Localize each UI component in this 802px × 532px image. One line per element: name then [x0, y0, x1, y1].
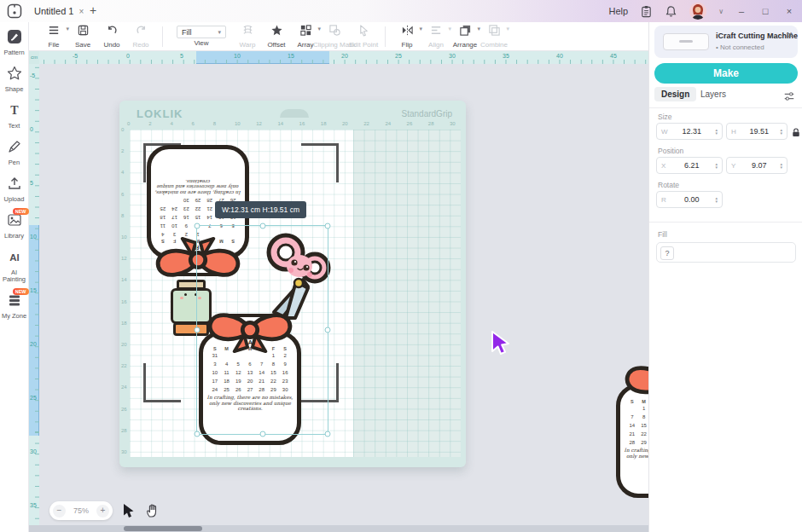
account-chevron-down-icon[interactable]: ∨: [718, 8, 724, 15]
arrange-button[interactable]: ▾Arrange: [450, 24, 479, 49]
ruler-label: 25: [30, 395, 37, 401]
calendar-day-cell: 21: [626, 431, 638, 437]
toolbar-button-label: Edit Point: [349, 41, 378, 49]
mat-ruler-label: 8: [121, 213, 124, 218]
selection-handle-n[interactable]: [259, 223, 265, 229]
calendar-script-text: In crafting, there are no mistakes,only …: [151, 179, 245, 196]
mat-ruler-label: 2: [121, 148, 124, 153]
horizontal-scrollbar[interactable]: [29, 525, 648, 532]
mat-ruler-label: 16: [121, 299, 127, 304]
make-button[interactable]: Make: [654, 63, 798, 84]
save-button[interactable]: Save: [68, 24, 97, 49]
width-stepper[interactable]: W12.31 ▴▾: [656, 123, 723, 140]
view-mode-dropdown[interactable]: Fill▾View: [177, 26, 226, 47]
rotate-stepper[interactable]: R0.00 ▴▾: [656, 191, 723, 208]
stepper-arrows-icon[interactable]: ▴▾: [715, 196, 718, 203]
file-button[interactable]: ▾File: [39, 24, 68, 49]
toolbar-button-label: Combine: [480, 41, 508, 49]
calendar-jar-partial-right[interactable]: JUNE SMTWTFS 123456789101112131415161718…: [616, 361, 648, 498]
calendar-day-cell: [169, 197, 181, 204]
ruler-label: -5: [30, 72, 35, 78]
mat-ruler-label: 18: [121, 321, 127, 326]
pan-hand-icon[interactable]: [145, 502, 160, 518]
fill-field[interactable]: ?: [656, 242, 796, 263]
ruler-label: -5: [73, 53, 78, 59]
window-close-button[interactable]: ×: [783, 6, 795, 16]
position-y-stepper[interactable]: Y9.07 ▴▾: [726, 157, 787, 174]
mat-ruler-label: 8: [213, 121, 216, 126]
sidebar-item-pattern[interactable]: Pattern: [0, 29, 29, 56]
canvas-workspace[interactable]: cm LOKLIK StandardGrip 00224466881010121…: [29, 51, 648, 532]
scrollbar-thumb[interactable]: [124, 526, 202, 531]
aspect-lock-icon[interactable]: [791, 126, 801, 137]
zoom-in-button[interactable]: +: [96, 505, 109, 518]
new-tab-button[interactable]: +: [90, 3, 96, 17]
sidebar-item-label: AI Painting: [0, 269, 29, 283]
tab-close-icon[interactable]: ×: [78, 7, 84, 16]
toolbar-button-label: Warp: [240, 41, 256, 49]
height-stepper[interactable]: H19.51 ▴▾: [726, 123, 787, 140]
sidebar-item-label: Upload: [4, 196, 25, 203]
menu-icon: [48, 24, 61, 40]
tab-design[interactable]: Design: [654, 87, 696, 101]
stepper-arrows-icon[interactable]: ▴▾: [715, 162, 718, 169]
sidebar-item-text[interactable]: TText: [0, 102, 29, 130]
user-avatar[interactable]: [689, 3, 706, 20]
sidebar-item-shape[interactable]: Shape: [0, 66, 29, 93]
sidebar-item-pen[interactable]: Pen: [0, 139, 29, 166]
mat-ruler-label: 26: [121, 407, 127, 412]
position-x-stepper[interactable]: X6.21 ▴▾: [656, 157, 723, 174]
selection-handle-w[interactable]: [195, 327, 200, 333]
home-icon[interactable]: [6, 3, 23, 20]
window-maximize-button[interactable]: □: [759, 6, 771, 16]
selection-handle-nw[interactable]: [195, 223, 200, 229]
fill-swatch[interactable]: ?: [660, 246, 674, 260]
mat-ruler-label: 20: [121, 342, 127, 347]
stepper-arrows-icon[interactable]: ▴▾: [780, 162, 782, 169]
panel-sliders-icon[interactable]: [783, 90, 795, 102]
selection-handle-s[interactable]: [259, 431, 265, 437]
stepper-arrows-icon[interactable]: ▴▾: [780, 128, 782, 135]
clipboard-icon[interactable]: [640, 5, 653, 18]
mat-ruler-label: 2: [148, 121, 151, 126]
flip-button[interactable]: ▾Flip: [392, 24, 421, 49]
save-icon: [77, 24, 90, 40]
machine-card[interactable]: iCraft Cutting Machine • Not connected ⇄: [654, 26, 798, 58]
sidebar-item-ai-painting[interactable]: AIAI Painting: [0, 249, 29, 283]
calendar-day-cell: 29: [638, 439, 648, 446]
sidebar-item-library[interactable]: NEWLibrary: [0, 212, 29, 240]
sidebar-item-my-zone[interactable]: NEWMy Zone: [0, 292, 29, 320]
tab-layers[interactable]: Layers: [694, 87, 733, 101]
toolbar-button-label: Redo: [132, 41, 148, 49]
undo-button[interactable]: Undo: [97, 24, 126, 49]
calendar-day-cell: 14: [626, 422, 638, 429]
zoom-out-button[interactable]: −: [53, 505, 66, 518]
sidebar-item-label: My Zone: [2, 313, 26, 320]
offset-star-icon: [270, 24, 283, 40]
document-tab[interactable]: Untitled 1 ×: [29, 0, 89, 22]
selection-handle-se[interactable]: [325, 431, 331, 437]
zoom-controls: − 75% +: [49, 501, 113, 520]
clipping-mask-icon: [328, 24, 341, 40]
text-icon: T: [7, 102, 22, 121]
calendar-day-cell: 11: [157, 223, 169, 229]
svg-text:T: T: [10, 104, 19, 117]
selection-handle-sw[interactable]: [195, 431, 200, 437]
help-button[interactable]: Help: [609, 6, 629, 16]
warp-button: Warp: [233, 24, 262, 49]
select-tool-icon[interactable]: [123, 503, 137, 519]
window-minimize-button[interactable]: –: [735, 6, 747, 16]
glue-stick-eye: [184, 293, 187, 296]
mat-ruler-label: 0: [121, 127, 124, 132]
upload-icon: [7, 176, 22, 194]
selection-bounding-box[interactable]: [196, 225, 328, 435]
new-badge: NEW: [13, 288, 29, 295]
notifications-bell-icon[interactable]: [665, 5, 677, 18]
sidebar-item-upload[interactable]: Upload: [0, 176, 29, 203]
selection-handle-ne[interactable]: [325, 223, 331, 229]
stepper-arrows-icon[interactable]: ▴▾: [715, 128, 718, 135]
machine-swap-icon[interactable]: ⇄: [786, 31, 793, 39]
selection-handle-e[interactable]: [325, 327, 331, 333]
offset-button[interactable]: Offset: [262, 24, 291, 49]
zoom-level: 75%: [73, 506, 89, 515]
